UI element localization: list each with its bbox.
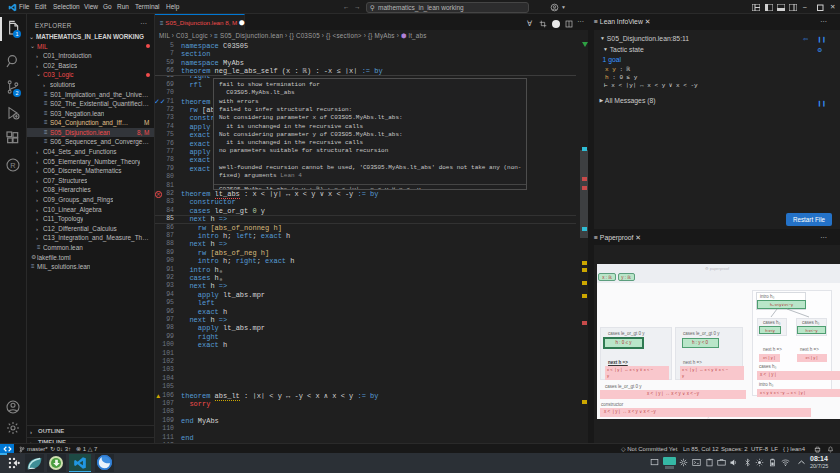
svg-text:R: R <box>10 161 15 170</box>
